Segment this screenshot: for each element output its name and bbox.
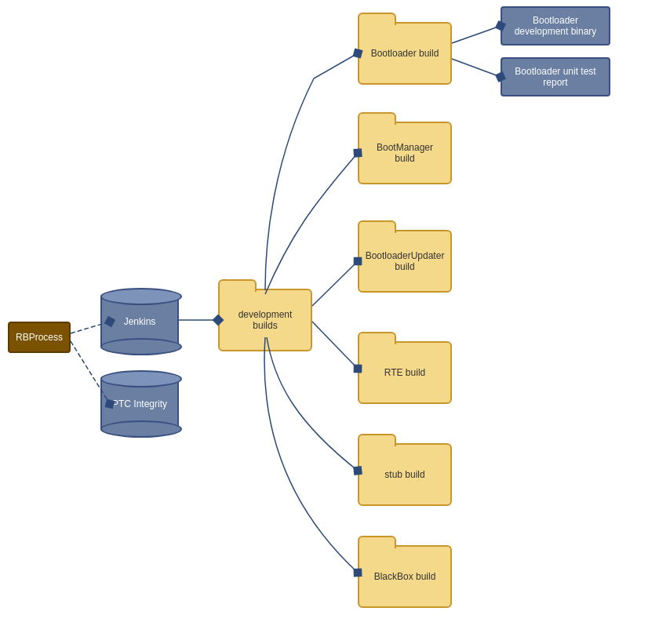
devbuilds-label: development builds: [226, 309, 304, 331]
dev-bootloader-line: [265, 53, 358, 290]
dev-stub-line: [267, 337, 358, 471]
bootloader-bootunit-line: [452, 59, 501, 77]
jenkins-label: Jenkins: [124, 316, 156, 327]
blackbox-label: BlackBox build: [374, 571, 436, 582]
jenkins-node: Jenkins: [100, 294, 179, 349]
bootmanager-folder: BootManager build: [358, 122, 452, 184]
bootunit-box: Bootloader unit test report: [501, 57, 610, 96]
devbuilds-node: development builds: [218, 289, 312, 351]
rte-folder: RTE build: [358, 341, 452, 404]
ptc-box: PTC Integrity: [100, 377, 179, 431]
bootdev-node: Bootloader development binary: [501, 6, 610, 45]
rbprocess-label: RBProcess: [16, 332, 63, 343]
devbuilds-folder: development builds: [218, 289, 312, 351]
bootloader-folder: Bootloader build: [358, 22, 452, 85]
bootloaderupdater-node: BootloaderUpdater build: [358, 230, 452, 293]
bootdev-label: Bootloader development binary: [507, 15, 604, 37]
stub-folder: stub build: [358, 443, 452, 506]
bootmanager-label: BootManager build: [366, 142, 444, 164]
stub-node: stub build: [358, 443, 452, 506]
bootloader-node: Bootloader build: [358, 22, 452, 85]
bootloaderupdater-label: BootloaderUpdater build: [366, 250, 445, 272]
rbprocess-box: RBProcess: [8, 322, 71, 353]
rte-label: RTE build: [384, 367, 425, 378]
bootloader-bootdev-line: [452, 26, 501, 43]
ptc-node: PTC Integrity: [100, 377, 179, 431]
ptc-label: PTC Integrity: [112, 398, 167, 409]
bootloader-label: Bootloader build: [371, 48, 439, 59]
rbprocess-node: RBProcess: [8, 322, 71, 353]
bootdev-box: Bootloader development binary: [501, 6, 610, 45]
blackbox-folder: BlackBox build: [358, 545, 452, 608]
dev-bootmanager-line: [265, 153, 358, 294]
rte-node: RTE build: [358, 341, 452, 404]
bootunit-label: Bootloader unit test report: [507, 66, 604, 88]
dev-rte-line: [312, 322, 358, 369]
blackbox-node: BlackBox build: [358, 545, 452, 608]
dev-bootloaderupdater-line: [312, 261, 358, 306]
jenkins-box: Jenkins: [100, 294, 179, 349]
connections-svg: [0, 0, 659, 644]
bootunit-node: Bootloader unit test report: [501, 57, 610, 96]
stub-label: stub build: [384, 469, 424, 480]
bootloaderupdater-folder: BootloaderUpdater build: [358, 230, 452, 293]
dev-blackbox-line: [264, 337, 358, 573]
bootmanager-node: BootManager build: [358, 122, 452, 184]
